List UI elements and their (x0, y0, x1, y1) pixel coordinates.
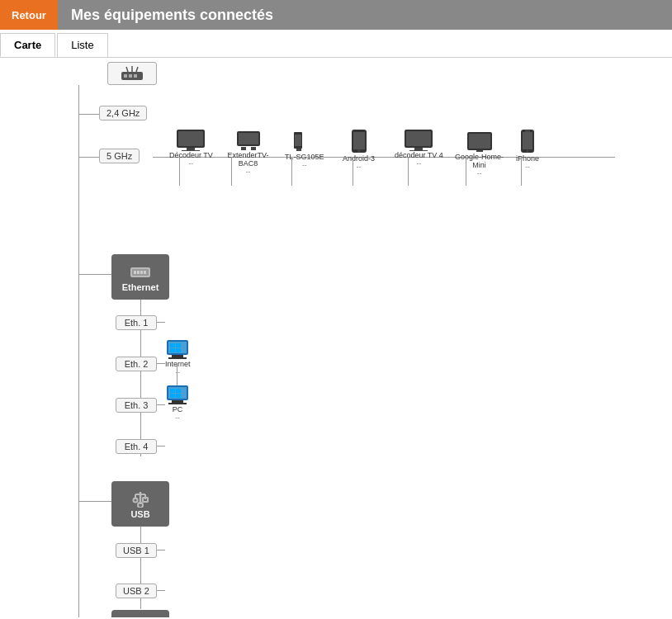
svg-rect-41 (168, 357, 187, 359)
svg-point-20 (357, 149, 361, 153)
device-extender[interactable]: ExtenderTV-BAC8 -- (221, 128, 275, 175)
device-android[interactable]: Android-3 -- (343, 128, 375, 170)
usb2-btn[interactable]: USB 2 (116, 584, 157, 598)
eth4-btn[interactable]: Eth. 4 (116, 439, 157, 454)
svg-point-60 (138, 503, 143, 508)
main-v-line (78, 85, 79, 617)
header: Retour Mes équipements connectés (0, 0, 672, 30)
eth3-btn[interactable]: Eth. 3 (116, 398, 157, 413)
device-decodeur-tv4-name: décodeur TV 4 (395, 151, 443, 159)
eth1-btn[interactable]: Eth. 1 (116, 315, 157, 330)
main-content: 2,4 GHz 5 GHz Décodeur TV -- (0, 58, 672, 617)
svg-rect-45 (176, 348, 181, 352)
svg-rect-3 (134, 74, 137, 78)
router-box[interactable] (107, 62, 157, 85)
svg-rect-31 (525, 130, 530, 132)
svg-point-58 (134, 498, 138, 502)
device-tl-sg105e[interactable]: TL-SG105E -- (285, 128, 324, 168)
device-extender-name: ExtenderTV-BAC8 (221, 151, 275, 168)
svg-rect-36 (140, 271, 143, 274)
ethernet-label: Ethernet (122, 282, 159, 292)
device-google-home-name: Google-Home-Mini (452, 153, 506, 169)
svg-rect-44 (170, 348, 175, 352)
eth2-btn[interactable]: Eth. 2 (116, 357, 157, 371)
device-internet-name: Internet (165, 360, 191, 368)
svg-rect-40 (172, 355, 183, 357)
device-pc[interactable]: PC -- (165, 384, 190, 421)
svg-rect-52 (170, 394, 175, 398)
tab-liste[interactable]: Liste (57, 33, 107, 57)
h-line-right (541, 157, 607, 158)
svg-rect-22 (406, 131, 431, 146)
device-iphone[interactable]: iPhone -- (516, 128, 539, 170)
svg-rect-1 (124, 74, 127, 78)
freq-24-label[interactable]: 2,4 GHz (99, 106, 147, 120)
tab-carte[interactable]: Carte (0, 33, 55, 57)
usb-block[interactable]: USB (111, 481, 169, 527)
svg-rect-19 (353, 132, 365, 149)
svg-rect-50 (170, 389, 175, 393)
h-line-usb (78, 501, 116, 502)
svg-rect-13 (241, 147, 246, 150)
tabs-bar: Carte Liste (0, 30, 672, 58)
svg-rect-37 (144, 271, 146, 274)
page-title: Mes équipements connectés (58, 7, 273, 24)
svg-rect-53 (176, 394, 181, 398)
svg-line-4 (126, 67, 128, 72)
device-decodeur-tv4[interactable]: décodeur TV 4 -- (395, 128, 443, 167)
svg-rect-9 (187, 148, 195, 150)
device-android-name: Android-3 (343, 154, 375, 163)
svg-rect-59 (143, 498, 148, 502)
svg-rect-23 (414, 148, 423, 150)
svg-rect-49 (168, 403, 187, 404)
usb-label: USB (130, 509, 149, 519)
svg-rect-48 (172, 400, 183, 403)
svg-rect-27 (476, 150, 483, 152)
device-google-home[interactable]: Google-Home-Mini -- (452, 128, 506, 177)
svg-line-6 (136, 67, 138, 72)
svg-rect-17 (296, 149, 301, 151)
svg-rect-29 (523, 132, 532, 149)
h-line-ethernet (78, 274, 116, 275)
svg-rect-16 (295, 135, 301, 146)
freq-5-label[interactable]: 5 GHz (99, 149, 140, 163)
svg-rect-42 (170, 343, 175, 347)
device-iphone-name: iPhone (516, 154, 539, 163)
svg-rect-51 (176, 389, 181, 393)
svg-rect-14 (251, 147, 256, 150)
svg-rect-43 (176, 343, 181, 347)
svg-rect-2 (129, 74, 132, 78)
device-decodeur-tv-name: Décodeur TV (169, 151, 213, 159)
ethernet-block[interactable]: Ethernet (111, 254, 169, 300)
diagram-area: 2,4 GHz 5 GHz Décodeur TV -- (0, 58, 644, 617)
svg-rect-8 (178, 131, 203, 146)
svg-rect-26 (469, 134, 490, 149)
device-decodeur-tv[interactable]: Décodeur TV -- (169, 128, 213, 167)
device-pc-name: PC (173, 405, 183, 413)
svg-rect-35 (137, 271, 140, 274)
svg-point-30 (527, 150, 529, 153)
usb1-btn[interactable]: USB 1 (116, 543, 157, 558)
back-button[interactable]: Retour (0, 0, 58, 30)
svg-rect-12 (239, 133, 258, 144)
telephone-block[interactable]: Téléphone (111, 610, 169, 617)
device-internet[interactable]: Internet -- (165, 338, 191, 376)
svg-rect-34 (134, 271, 136, 274)
